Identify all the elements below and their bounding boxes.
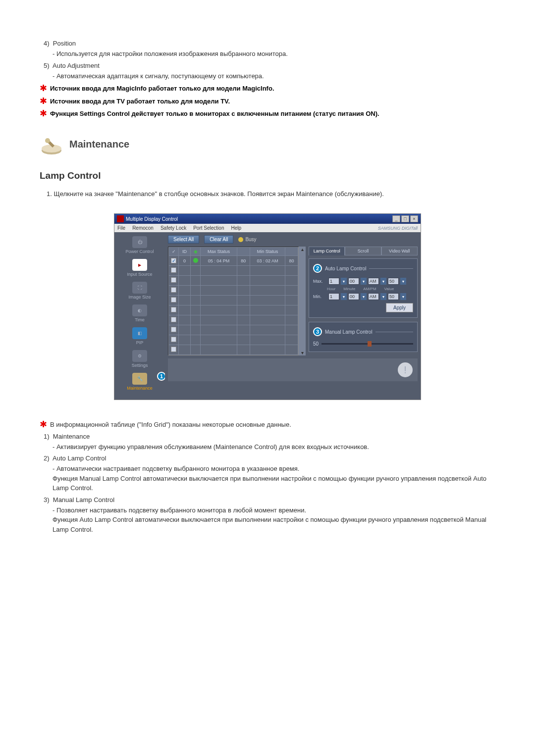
tab-scroll[interactable]: Scroll xyxy=(345,247,381,255)
row-checkbox[interactable] xyxy=(171,327,176,332)
sidebar: ⏻Power Control ▶Input Source ⛶Image Size… xyxy=(114,232,165,400)
table-row[interactable]: 0 05 : 04 PM 80 03 : 02 AM 80 xyxy=(169,256,298,266)
max-minute[interactable]: 00 xyxy=(348,278,359,285)
table-row[interactable] xyxy=(169,276,298,286)
dropdown-icon[interactable]: ▼ xyxy=(380,278,386,285)
menu-safety-lock[interactable]: Safety Lock xyxy=(160,225,186,231)
app-icon xyxy=(117,215,124,222)
sidebar-item-image-size[interactable]: ⛶Image Size xyxy=(116,282,163,300)
sidebar-item-input-source[interactable]: ▶Input Source xyxy=(116,259,163,277)
maintenance-icon: 🔧 xyxy=(132,373,147,385)
max-ampm[interactable]: AM xyxy=(368,278,379,285)
row-checkbox[interactable] xyxy=(171,258,176,263)
maintenance-section-icon xyxy=(40,134,63,155)
row-checkbox[interactable] xyxy=(171,277,176,283)
marker-3: 3 xyxy=(313,327,322,336)
menu-file[interactable]: File xyxy=(117,225,125,231)
menu-help[interactable]: Help xyxy=(231,225,241,231)
sidebar-item-pip[interactable]: ◧PIP xyxy=(116,327,163,345)
row-checkbox[interactable] xyxy=(171,337,176,342)
dropdown-icon[interactable]: ▼ xyxy=(361,278,367,285)
table-row[interactable] xyxy=(169,296,298,305)
item-4-title: 4) Position xyxy=(44,40,495,47)
col-min-val[interactable] xyxy=(285,248,298,256)
table-row[interactable] xyxy=(169,345,298,355)
sidebar-item-maintenance[interactable]: 🔧 Maintenance 1 xyxy=(116,373,163,391)
row-checkbox[interactable] xyxy=(171,287,176,293)
select-all-button[interactable]: Select All xyxy=(168,235,199,244)
info-grid: ✓ ID ◉ Max Status Min Status xyxy=(168,247,299,355)
footer-area: ! xyxy=(168,358,418,381)
image-size-icon: ⛶ xyxy=(132,282,147,294)
menu-port-selection[interactable]: Port Selection xyxy=(193,225,224,231)
col-led[interactable]: ◉ xyxy=(191,248,201,256)
dropdown-icon[interactable]: ▼ xyxy=(341,293,347,300)
manual-lamp-slider[interactable]: 50 xyxy=(313,341,413,347)
star-icon: ✱ xyxy=(40,97,47,105)
dropdown-icon[interactable]: ▼ xyxy=(400,293,406,300)
subsection-title: Lamp Control xyxy=(40,170,495,181)
max-value[interactable]: 50 xyxy=(388,278,399,285)
post-1-title: 1) Maintenance xyxy=(44,433,495,440)
minimize-button[interactable]: _ xyxy=(392,215,400,222)
dropdown-icon[interactable]: ▼ xyxy=(380,293,386,300)
svg-point-2 xyxy=(45,138,50,143)
col-max-status[interactable]: Max Status xyxy=(201,248,237,256)
power-icon: ⏻ xyxy=(132,236,147,248)
auto-lamp-title: Auto Lamp Control xyxy=(325,266,366,271)
col-id[interactable]: ID xyxy=(179,248,191,256)
post-list: 1) Maintenance - Активизирует функцию уп… xyxy=(40,433,495,535)
min-row: Min. 1▼ 00▼ AM▼ 50▼ xyxy=(313,293,413,300)
row-checkbox[interactable] xyxy=(171,317,176,322)
marker-2: 2 xyxy=(313,264,322,273)
time-icon: ◐ xyxy=(132,304,147,316)
grid-scrollbar[interactable]: ▴▾ xyxy=(299,247,306,355)
sidebar-item-time[interactable]: ◐Time xyxy=(116,304,163,322)
star-note-mid: ✱В информационной таблице ("Info Grid") … xyxy=(40,420,495,430)
item-5-desc: - Автоматическая адаптация к сигналу, по… xyxy=(53,71,495,81)
section-header: Maintenance xyxy=(40,134,495,155)
clear-all-button[interactable]: Clear All xyxy=(204,235,233,244)
dropdown-icon[interactable]: ▼ xyxy=(400,278,406,285)
tab-video-wall[interactable]: Video Wall xyxy=(381,247,418,255)
row-checkbox[interactable] xyxy=(171,297,176,302)
input-icon: ▶ xyxy=(132,259,147,271)
settings-icon: ⚙ xyxy=(132,350,147,362)
dropdown-icon[interactable]: ▼ xyxy=(341,278,347,285)
table-row[interactable] xyxy=(169,286,298,296)
table-row[interactable] xyxy=(169,266,298,276)
close-button[interactable]: × xyxy=(410,215,418,222)
table-row[interactable] xyxy=(169,315,298,325)
min-hour[interactable]: 1 xyxy=(328,293,339,300)
row-checkbox[interactable] xyxy=(171,267,176,273)
min-ampm[interactable]: AM xyxy=(368,293,379,300)
table-row[interactable] xyxy=(169,325,298,335)
apply-button[interactable]: Apply xyxy=(386,303,413,312)
row-checkbox[interactable] xyxy=(171,307,176,312)
top-list: 4) Position - Используется для настройки… xyxy=(40,40,495,81)
menu-remocon[interactable]: Remocon xyxy=(132,225,154,231)
sidebar-item-settings[interactable]: ⚙Settings xyxy=(116,350,163,368)
app-window: Multiple Display Control _ □ × File Remo… xyxy=(114,213,421,400)
col-min-status[interactable]: Min Status xyxy=(250,248,285,256)
min-minute[interactable]: 00 xyxy=(348,293,359,300)
dropdown-icon[interactable]: ▼ xyxy=(361,293,367,300)
star-note-1: ✱Источник ввода для MagicInfo работает т… xyxy=(40,84,495,94)
slider-thumb[interactable] xyxy=(368,341,372,347)
hints-row: HourMinuteAM/PMValue xyxy=(313,287,413,291)
info-icon[interactable]: ! xyxy=(398,362,413,377)
col-max-val[interactable] xyxy=(237,248,250,256)
col-check[interactable]: ✓ xyxy=(169,248,179,256)
tab-lamp-control[interactable]: Lamp Control xyxy=(309,247,345,255)
table-row[interactable] xyxy=(169,335,298,345)
max-hour[interactable]: 1 xyxy=(328,278,339,285)
post-3-title: 3) Manual Lamp Control xyxy=(44,496,495,504)
row-checkbox[interactable] xyxy=(171,347,176,352)
star-note-3: ✱Функция Settings Control действует толь… xyxy=(40,109,495,119)
maximize-button[interactable]: □ xyxy=(401,215,409,222)
sidebar-item-power-control[interactable]: ⏻Power Control xyxy=(116,236,163,254)
table-row[interactable] xyxy=(169,305,298,315)
busy-indicator: Busy xyxy=(238,237,256,242)
min-value[interactable]: 50 xyxy=(388,293,399,300)
right-panel: Lamp Control Scroll Video Wall 2 Auto La… xyxy=(309,247,418,355)
